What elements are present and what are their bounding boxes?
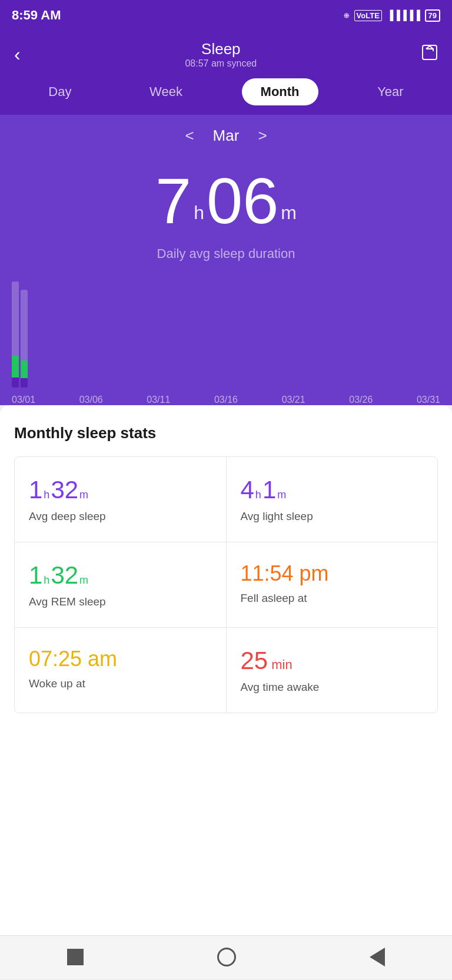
light-h-unit: h: [255, 489, 261, 502]
time-awake-cell: 25 min Avg time awake: [227, 628, 438, 713]
chart-bars: [12, 282, 440, 388]
tab-day[interactable]: Day: [29, 78, 90, 105]
x-label-1: 03/01: [12, 395, 35, 405]
volte-icon: VoLTE: [354, 10, 382, 21]
tab-bar: Day Week Month Year: [0, 74, 452, 115]
avg-label: Daily avg sleep duration: [0, 239, 452, 276]
x-label-6: 03/26: [349, 395, 373, 405]
awake-unit: min: [271, 657, 292, 675]
nav-square-button[interactable]: [67, 949, 84, 965]
triangle-icon: [370, 948, 385, 966]
duration-hours: 7: [155, 168, 191, 233]
tab-week[interactable]: Week: [131, 78, 201, 105]
signal-icon: ▐▐▐▐▐: [387, 10, 420, 21]
svg-rect-0: [423, 45, 437, 59]
light-sleep-cell: 4 h 1 m Avg light sleep: [227, 457, 438, 542]
square-icon: [67, 949, 84, 965]
export-button[interactable]: [421, 44, 438, 65]
deep-h-unit: h: [44, 489, 49, 502]
battery-indicator: 79: [425, 9, 440, 22]
nav-home-button[interactable]: [217, 948, 236, 966]
deep-sleep-cell: 1 h 32 m Avg deep sleep: [15, 457, 227, 542]
circle-icon: [217, 948, 236, 966]
rem-sleep-label: Avg REM sleep: [29, 595, 212, 608]
rem-minutes: 32: [51, 561, 78, 590]
purple-section: < Mar > 7 h 06 m Daily avg sleep duratio…: [0, 115, 452, 405]
woke-up-cell: 07:25 am Woke up at: [15, 628, 227, 713]
deep-hours: 1: [29, 476, 42, 504]
deep-light-row: 1 h 32 m Avg deep sleep 4 h 1 m Avg ligh…: [15, 457, 437, 542]
rem-sleep-value: 1 h 32 m: [29, 561, 212, 590]
light-minutes: 1: [262, 476, 276, 504]
light-sleep-value: 4 h 1 m: [241, 476, 424, 504]
x-label-5: 03/21: [282, 395, 305, 405]
sleep-type-stats-block: 1 h 32 m Avg deep sleep 4 h 1 m Avg ligh…: [14, 456, 438, 713]
duration-minutes: 06: [207, 168, 278, 233]
woke-awake-row: 07:25 am Woke up at 25 min Avg time awak…: [15, 628, 437, 713]
rem-hours: 1: [29, 561, 42, 590]
fell-asleep-time: 11:54 pm: [241, 561, 329, 586]
month-nav: < Mar >: [0, 115, 452, 151]
woke-up-value: 07:25 am: [29, 647, 212, 671]
tab-year[interactable]: Year: [358, 78, 422, 105]
woke-up-label: Woke up at: [29, 677, 212, 690]
bluetooth-icon: ⎈: [344, 10, 350, 21]
sleep-duration-display: 7 h 06 m: [0, 151, 452, 239]
awake-number: 25: [241, 647, 268, 675]
current-month: Mar: [213, 127, 240, 145]
fell-asleep-value: 11:54 pm: [241, 561, 424, 586]
header-center: Sleep 08:57 am synced: [185, 40, 257, 69]
chart-x-labels: 03/01 03/06 03/11 03/16 03/21 03/26 03/3…: [6, 395, 446, 405]
x-label-4: 03/16: [214, 395, 238, 405]
status-time: 8:59 AM: [12, 8, 61, 23]
fell-asleep-cell: 11:54 pm Fell asleep at: [227, 542, 438, 627]
back-button[interactable]: ‹: [14, 44, 21, 65]
time-awake-value: 25 min: [241, 647, 424, 675]
prev-month-button[interactable]: <: [185, 127, 194, 145]
woke-up-time: 07:25 am: [29, 647, 117, 671]
light-hours: 4: [241, 476, 254, 504]
page-title: Sleep: [185, 40, 257, 58]
stats-card: Monthly sleep stats 1 h 32 m Avg deep sl…: [0, 405, 452, 935]
deep-sleep-label: Avg deep sleep: [29, 510, 212, 523]
x-label-3: 03/11: [147, 395, 170, 405]
status-icons: ⎈ VoLTE ▐▐▐▐▐ 79: [344, 9, 440, 22]
x-label-7: 03/31: [417, 395, 440, 405]
rem-h-unit: h: [44, 574, 49, 588]
rem-sleep-cell: 1 h 32 m Avg REM sleep: [15, 542, 227, 627]
deep-sleep-value: 1 h 32 m: [29, 476, 212, 504]
time-awake-label: Avg time awake: [241, 681, 424, 694]
rem-m-unit: m: [79, 574, 88, 588]
next-month-button[interactable]: >: [258, 127, 267, 145]
fell-asleep-label: Fell asleep at: [241, 592, 424, 605]
deep-minutes: 32: [51, 476, 78, 504]
bottom-nav: [0, 935, 452, 978]
status-bar: 8:59 AM ⎈ VoLTE ▐▐▐▐▐ 79: [0, 0, 452, 31]
nav-back-button[interactable]: [370, 948, 385, 966]
light-m-unit: m: [277, 489, 286, 502]
minutes-label: m: [281, 202, 297, 233]
tab-month[interactable]: Month: [242, 78, 318, 105]
duration-value: 7 h 06 m: [155, 168, 297, 233]
sleep-chart: 03/01 03/06 03/11 03/16 03/21 03/26 03/3…: [0, 276, 452, 405]
x-label-2: 03/06: [79, 395, 103, 405]
hours-label: h: [194, 202, 204, 233]
light-sleep-label: Avg light sleep: [241, 510, 424, 523]
sync-status: 08:57 am synced: [185, 58, 257, 69]
header: ‹ Sleep 08:57 am synced: [0, 31, 452, 74]
stats-title: Monthly sleep stats: [14, 424, 438, 442]
deep-m-unit: m: [79, 489, 88, 502]
rem-fell-row: 1 h 32 m Avg REM sleep 11:54 pm Fell asl…: [15, 542, 437, 627]
